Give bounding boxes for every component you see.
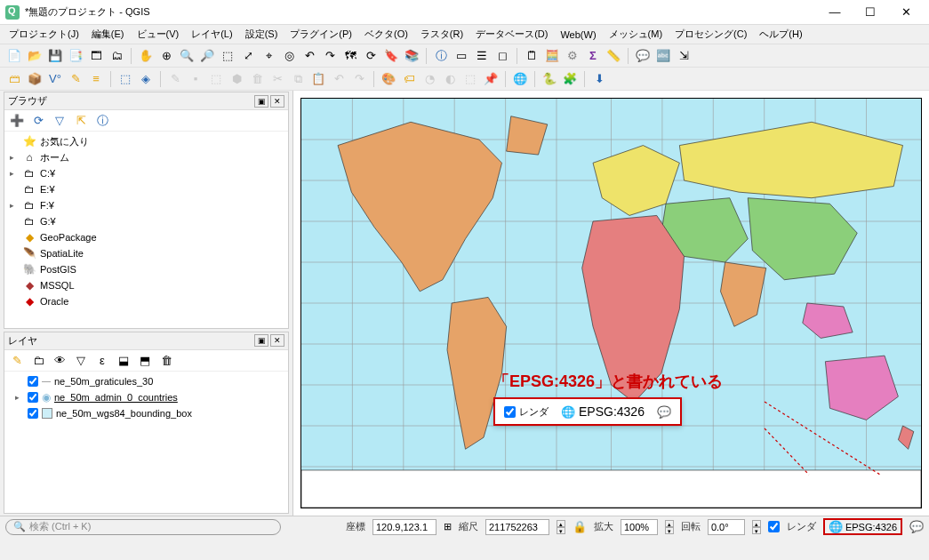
panel-undock-button[interactable]: ▣ (254, 95, 268, 108)
rotation-spinner[interactable]: ▴▾ (752, 520, 761, 534)
style-manager-icon[interactable]: 🎨 (380, 70, 397, 88)
browser-item-favorites[interactable]: ⭐お気に入り (6, 133, 286, 149)
pan-to-selection-icon[interactable]: ⊕ (157, 47, 175, 65)
label-rule-icon[interactable]: ◐ (441, 70, 459, 88)
filter-browser-icon[interactable]: ▽ (51, 112, 68, 130)
plugin-manager-icon[interactable]: 🧩 (561, 70, 579, 88)
extents-toggle-icon[interactable]: ⊞ (444, 521, 452, 532)
menu-web[interactable]: Web(W) (555, 28, 601, 42)
open-project-icon[interactable]: 📂 (26, 47, 44, 65)
add-feature-icon[interactable]: ▪ (187, 70, 204, 88)
layers-panel-header[interactable]: レイヤ ▣ ✕ (4, 332, 288, 350)
zoom-selection-icon[interactable]: ⌖ (260, 47, 277, 65)
layout-manager-icon[interactable]: 🗂 (108, 47, 125, 65)
new-geopackage-icon[interactable]: 📦 (26, 70, 44, 88)
paste-icon[interactable]: 📋 (309, 70, 327, 88)
render-checkbox[interactable] (504, 406, 516, 418)
panel-close-button[interactable]: ✕ (270, 334, 284, 347)
copy-icon[interactable]: ⧉ (289, 70, 307, 88)
save-as-icon[interactable]: 📑 (67, 47, 84, 65)
node-tool-icon[interactable]: ⬢ (228, 70, 245, 88)
manage-visibility-icon[interactable]: 👁 (51, 351, 68, 369)
new-project-icon[interactable]: 📄 (5, 47, 23, 65)
toggle-editing-icon[interactable]: ✎ (67, 70, 84, 88)
new-bookmark-icon[interactable]: 🔖 (382, 47, 400, 65)
delete-selected-icon[interactable]: 🗑 (248, 70, 266, 88)
zoom-last-icon[interactable]: ↶ (300, 47, 318, 65)
label-icon[interactable]: 🏷 (400, 70, 418, 88)
redo-icon[interactable]: ↷ (350, 70, 368, 88)
locator-search[interactable]: 🔍 検索 (Ctrl + K) (5, 519, 281, 535)
browser-panel-header[interactable]: ブラウザ ▣ ✕ (4, 92, 288, 110)
save-edits-icon[interactable]: ≡ (87, 70, 105, 88)
menu-plugin[interactable]: プラグイン(P) (284, 26, 357, 43)
zoom-out-icon[interactable]: 🔎 (198, 47, 216, 65)
zoom-full-icon[interactable]: ⤢ (239, 47, 257, 65)
panel-close-button[interactable]: ✕ (270, 95, 284, 108)
zoom-in-icon[interactable]: 🔍 (178, 47, 196, 65)
browser-item-drive-f[interactable]: ▸🗀F:¥ (6, 197, 286, 213)
select-by-value-icon[interactable]: ☰ (473, 47, 491, 65)
osm-download-icon[interactable]: ⬇ (590, 70, 608, 88)
current-edits-icon[interactable]: ✎ (166, 70, 184, 88)
metasearch-icon[interactable]: 🌐 (511, 70, 529, 88)
minimize-button[interactable]: — (817, 1, 853, 24)
save-icon[interactable]: 💾 (46, 47, 64, 65)
python-console-icon[interactable]: 🐍 (541, 70, 558, 88)
new-map-icon[interactable]: 🗺 (341, 47, 359, 65)
measure-icon[interactable]: 📏 (605, 47, 622, 65)
zoom-native-icon[interactable]: ⬚ (219, 47, 236, 65)
label-move-icon[interactable]: ⬚ (461, 70, 479, 88)
add-vector-icon[interactable]: V° (46, 70, 64, 88)
menu-processing[interactable]: プロセシング(C) (669, 26, 752, 43)
browser-item-postgis[interactable]: 🐘PostGIS (6, 261, 286, 277)
layer-item-countries[interactable]: ▸ ◉ ne_50m_admin_0_countries (6, 389, 286, 405)
browser-tree[interactable]: ⭐お気に入り ▸⌂ホーム ▸🗀C:¥ 🗀E:¥ ▸🗀F:¥ 🗀G:¥ ◆GeoP… (4, 132, 288, 328)
messages-button[interactable]: 💬 (909, 520, 924, 533)
open-table-icon[interactable]: 🗒 (523, 47, 541, 65)
refresh-icon[interactable]: ⟳ (362, 47, 380, 65)
identify-icon[interactable]: ⓘ (432, 47, 450, 65)
menu-vector[interactable]: ベクタ(O) (359, 26, 413, 43)
pan-icon[interactable]: ✋ (137, 47, 155, 65)
layer-item-graticules[interactable]: — ne_50m_graticules_30 (6, 373, 286, 389)
layers-tree[interactable]: — ne_50m_graticules_30 ▸ ◉ ne_50m_admin_… (4, 372, 288, 513)
refresh-browser-icon[interactable]: ⟳ (29, 112, 47, 130)
undo-icon[interactable]: ↶ (330, 70, 348, 88)
show-bookmarks-icon[interactable]: 📚 (403, 47, 420, 65)
menu-raster[interactable]: ラスタ(R) (415, 26, 469, 43)
nudge-icon[interactable]: ⇲ (675, 47, 693, 65)
add-layer-icon[interactable]: ➕ (8, 112, 26, 130)
map-tips-icon[interactable]: 💬 (634, 47, 652, 65)
new-spatialite-icon[interactable]: ◈ (137, 70, 155, 88)
statistics-icon[interactable]: Σ (584, 47, 602, 65)
add-group-icon[interactable]: 🗀 (29, 351, 47, 369)
menu-settings[interactable]: 設定(S) (240, 26, 284, 43)
browser-item-drive-c[interactable]: ▸🗀C:¥ (6, 165, 286, 181)
menu-help[interactable]: ヘルプ(H) (754, 26, 807, 43)
diagram-icon[interactable]: ◔ (420, 70, 438, 88)
annotation-icon[interactable]: 🔤 (654, 47, 672, 65)
render-checkbox[interactable] (768, 521, 780, 532)
menu-database[interactable]: データベース(D) (470, 26, 553, 43)
browser-item-drive-g[interactable]: 🗀G:¥ (6, 213, 286, 229)
message-icon[interactable]: 💬 (657, 405, 671, 419)
crs-button[interactable]: 🌐 EPSG:4326 (823, 518, 902, 535)
scale-spinner[interactable]: ▴▾ (557, 520, 565, 534)
menu-mesh[interactable]: メッシュ(M) (604, 26, 669, 43)
expand-all-icon[interactable]: ⬓ (115, 351, 132, 369)
properties-icon[interactable]: ⓘ (93, 112, 111, 130)
rotation-input[interactable] (708, 519, 745, 535)
label-pin-icon[interactable]: 📌 (482, 70, 500, 88)
menu-edit[interactable]: 編集(E) (86, 26, 130, 43)
collapse-all-icon[interactable]: ⇱ (72, 112, 90, 130)
maximize-button[interactable]: ☐ (853, 1, 888, 24)
browser-item-oracle[interactable]: ◆Oracle (6, 293, 286, 309)
layout-icon[interactable]: 🗔 (87, 47, 105, 65)
lock-icon[interactable]: 🔒 (573, 520, 587, 533)
toolbox-icon[interactable]: ⚙ (564, 47, 581, 65)
move-feature-icon[interactable]: ⬚ (207, 70, 225, 88)
browser-item-drive-e[interactable]: 🗀E:¥ (6, 181, 286, 197)
coord-input[interactable] (372, 519, 436, 535)
open-data-source-icon[interactable]: 🗃 (5, 70, 23, 88)
